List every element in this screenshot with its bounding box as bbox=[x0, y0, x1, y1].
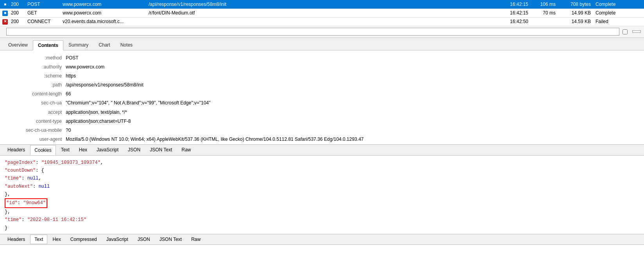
sub-tab-cookies[interactable]: Cookies bbox=[30, 145, 56, 155]
row-path bbox=[146, 17, 499, 26]
network-table: ■200POSTwww.powercx.com/api/response/v1/… bbox=[0, 0, 644, 26]
row-time: 16:42:15 bbox=[499, 9, 531, 17]
bottom-sub-tab-json-text[interactable]: JSON Text bbox=[155, 235, 186, 244]
header-row: content-typeapplication/json;charset=UTF… bbox=[0, 117, 644, 126]
row-spacer bbox=[632, 9, 644, 17]
json-line: "id": "9now64" bbox=[5, 198, 639, 208]
header-name: :scheme bbox=[3, 72, 66, 80]
header-row: :methodPOST bbox=[0, 54, 644, 63]
main-tab-summary[interactable]: Summary bbox=[63, 40, 93, 50]
main-tab-overview[interactable]: Overview bbox=[3, 40, 33, 50]
row-method: POST bbox=[25, 0, 60, 9]
header-value: Mozilla/5.0 (Windows NT 10.0; Win64; x64… bbox=[66, 136, 364, 143]
main-tab-bar: OverviewContentsSummaryChartNotes bbox=[0, 38, 644, 50]
main-tab-contents[interactable]: Contents bbox=[33, 40, 63, 50]
header-name: :path bbox=[3, 81, 66, 89]
row-method: GET bbox=[25, 9, 60, 17]
header-name: content-length bbox=[3, 90, 66, 98]
filter-input[interactable] bbox=[6, 28, 619, 36]
row-size: 708 bytes bbox=[558, 0, 593, 9]
row-status-icon: ■ bbox=[0, 9, 9, 17]
bottom-sub-tab-text[interactable]: Text bbox=[30, 235, 47, 244]
header-name: content-type bbox=[3, 118, 66, 125]
header-row: :schemehttps bbox=[0, 72, 644, 81]
row-status: 200 bbox=[9, 0, 25, 9]
headers-panel: :methodPOST:authoritywww.powercx.com:sch… bbox=[0, 50, 644, 144]
json-line: } bbox=[5, 224, 639, 232]
row-domain: www.powercx.com bbox=[60, 9, 146, 17]
row-spacer bbox=[632, 17, 644, 26]
main-tab-notes[interactable]: Notes bbox=[115, 40, 138, 50]
row-path: /api/response/v1/responses/58m8/init bbox=[146, 0, 499, 9]
row-status: 200 bbox=[9, 9, 25, 17]
sub-tab-text[interactable]: Text bbox=[57, 145, 74, 154]
row-status: 200 bbox=[9, 17, 25, 26]
header-row: sec-ch-ua"Chromium";v="104", " Not A;Bra… bbox=[0, 99, 644, 108]
bottom-sub-tab-javascript[interactable]: JavaScript bbox=[102, 235, 133, 244]
header-value: /api/response/v1/responses/58m8/init bbox=[66, 81, 144, 89]
header-name: :authority bbox=[3, 63, 66, 71]
json-line: }, bbox=[5, 208, 639, 216]
header-row: sec-ch-ua-mobile?0 bbox=[0, 126, 644, 135]
sub-tab-javascript[interactable]: JavaScript bbox=[92, 145, 123, 154]
json-line: }, bbox=[5, 190, 639, 198]
json-line: "time": "2022-08-11 16:42:15" bbox=[5, 216, 639, 224]
row-size: 14.59 KB bbox=[558, 17, 593, 26]
table-row[interactable]: ✕200CONNECTv20.events.data.microsoft.c..… bbox=[0, 17, 644, 26]
header-value: www.powercx.com bbox=[66, 63, 104, 71]
row-time: 16:42:50 bbox=[499, 17, 531, 26]
header-value: 66 bbox=[66, 90, 71, 98]
header-name: accept bbox=[3, 109, 66, 116]
sub-tab-headers[interactable]: Headers bbox=[3, 145, 29, 154]
json-line: "pageIndex": "10945_109373_109374", bbox=[5, 159, 639, 167]
bottom-sub-tab-headers[interactable]: Headers bbox=[3, 235, 29, 244]
header-value: POST bbox=[66, 54, 79, 62]
row-result: Complete bbox=[593, 0, 632, 9]
header-name: :method bbox=[3, 54, 66, 62]
sub-tab-json[interactable]: JSON bbox=[124, 145, 145, 154]
row-result: Failed bbox=[593, 17, 632, 26]
row-domain: www.powercx.com bbox=[60, 0, 146, 9]
bottom-sub-tab-bar: HeadersTextHexCompressedJavaScriptJSONJS… bbox=[0, 234, 644, 245]
sub-tab-hex[interactable]: Hex bbox=[75, 145, 91, 154]
row-path: /r/font/DIN-Medium.otf bbox=[146, 9, 499, 17]
bottom-sub-tab-raw[interactable]: Raw bbox=[187, 235, 205, 244]
header-value: ?0 bbox=[66, 127, 71, 134]
row-status-icon: ✕ bbox=[0, 17, 9, 26]
row-duration bbox=[531, 17, 558, 26]
row-status-icon: ■ bbox=[0, 0, 9, 9]
header-value: "Chromium";v="104", " Not A;Brand";v="99… bbox=[66, 99, 210, 107]
header-value: application/json, text/plain, */* bbox=[66, 109, 127, 116]
json-highlighted-id: "id": "9now64" bbox=[5, 198, 47, 208]
bottom-sub-tab-compressed[interactable]: Compressed bbox=[66, 235, 101, 244]
focused-checkbox-label[interactable] bbox=[622, 29, 629, 34]
header-row: acceptapplication/json, text/plain, */* bbox=[0, 108, 644, 117]
row-spacer bbox=[632, 0, 644, 9]
json-line: "countDown": { bbox=[5, 167, 639, 174]
table-row[interactable]: ■200POSTwww.powercx.com/api/response/v1/… bbox=[0, 0, 644, 9]
sub-tab-json-text[interactable]: JSON Text bbox=[145, 145, 176, 154]
row-time: 16:42:15 bbox=[499, 0, 531, 9]
focused-checkbox-input[interactable] bbox=[622, 29, 628, 34]
row-result: Complete bbox=[593, 9, 632, 17]
header-name: user-agent bbox=[3, 136, 66, 143]
table-row[interactable]: ■200GETwww.powercx.com/r/font/DIN-Medium… bbox=[0, 9, 644, 17]
row-duration: 106 ms bbox=[531, 0, 558, 9]
settings-button[interactable] bbox=[632, 31, 641, 33]
header-row: user-agentMozilla/5.0 (Windows NT 10.0; … bbox=[0, 135, 644, 144]
json-line: "time": null, bbox=[5, 174, 639, 182]
json-line: "autoNext": null bbox=[5, 183, 639, 190]
row-domain: v20.events.data.microsoft.c... bbox=[60, 17, 146, 26]
bottom-sub-tab-json[interactable]: JSON bbox=[133, 235, 154, 244]
filter-bar bbox=[0, 26, 644, 38]
bottom-sub-tab-hex[interactable]: Hex bbox=[48, 235, 65, 244]
header-value: https bbox=[66, 72, 76, 80]
row-method: CONNECT bbox=[25, 17, 60, 26]
sub-tab-bar: HeadersCookiesTextHexJavaScriptJSONJSON … bbox=[0, 145, 644, 156]
header-row: :authoritywww.powercx.com bbox=[0, 63, 644, 72]
main-tab-chart[interactable]: Chart bbox=[93, 40, 115, 50]
header-name: sec-ch-ua-mobile bbox=[3, 127, 66, 134]
sub-tab-raw[interactable]: Raw bbox=[177, 145, 195, 154]
header-value: application/json;charset=UTF-8 bbox=[66, 118, 131, 125]
header-row: :path/api/response/v1/responses/58m8/ini… bbox=[0, 81, 644, 90]
